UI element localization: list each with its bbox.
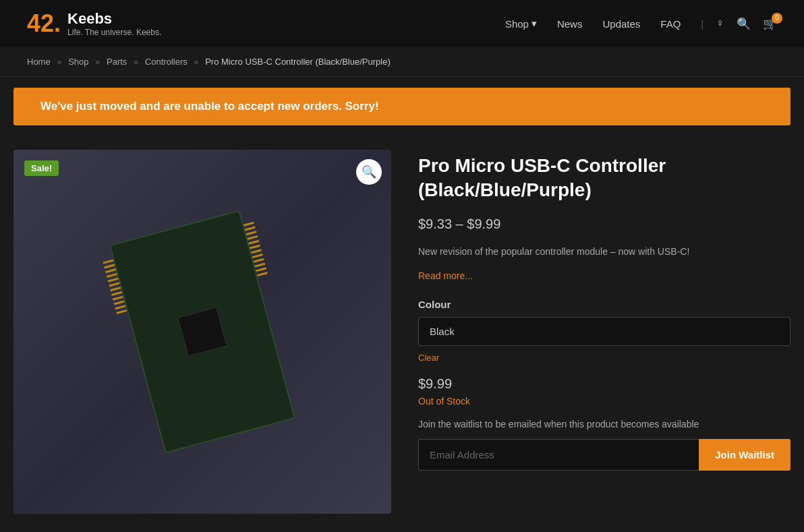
account-icon[interactable]: ♀ <box>716 17 724 30</box>
product-description: New revision of the popular controller m… <box>418 244 791 259</box>
cart-icon[interactable]: 🛒 0 <box>763 17 777 31</box>
clear-link[interactable]: Clear <box>418 353 439 363</box>
colour-select[interactable]: Black Blue Purple <box>418 317 791 346</box>
price-range: $9.33 – $9.99 <box>418 216 791 232</box>
pcb-pins-right <box>243 222 268 276</box>
breadcrumb-home[interactable]: Home <box>27 57 51 67</box>
breadcrumb-current: Pro Micro USB-C Controller (Black/Blue/P… <box>205 57 391 67</box>
product-title: Pro Micro USB-C Controller (Black/Blue/P… <box>418 154 791 203</box>
breadcrumb-controllers[interactable]: Controllers <box>145 57 188 67</box>
product-image-wrap: Sale! 🔍 <box>13 150 391 514</box>
product-area: Sale! 🔍 Pro Micro <box>0 136 804 532</box>
nav-links: Shop ▾ News Updates FAQ | ♀ 🔍 🛒 0 <box>505 17 777 31</box>
notice-banner: We've just moved and are unable to accep… <box>13 88 791 125</box>
read-more-link[interactable]: Read more... <box>418 270 473 281</box>
pcb-chip <box>177 307 227 356</box>
colour-label: Colour <box>418 299 791 310</box>
out-of-stock-status: Out of Stock <box>418 396 791 407</box>
nav-news-link[interactable]: News <box>557 18 583 30</box>
logo[interactable]: 42. Keebs Life. The universe. Keebs. <box>27 10 161 37</box>
zoom-icon[interactable]: 🔍 <box>356 159 382 185</box>
sale-badge: Sale! <box>24 160 59 176</box>
shop-chevron-icon: ▾ <box>532 18 537 30</box>
nav-separator: | <box>701 18 704 30</box>
nav-faq-link[interactable]: FAQ <box>660 18 681 30</box>
pcb-board <box>109 210 295 454</box>
breadcrumb-shop[interactable]: Shop <box>68 57 88 67</box>
breadcrumb-parts[interactable]: Parts <box>107 57 127 67</box>
search-icon[interactable]: 🔍 <box>737 17 751 31</box>
join-waitlist-button[interactable]: Join Waitlist <box>699 439 791 471</box>
product-details: Pro Micro USB-C Controller (Black/Blue/P… <box>418 150 791 514</box>
logo-sub: Life. The universe. Keebs. <box>67 28 161 37</box>
cart-count: 0 <box>772 13 782 24</box>
product-image <box>13 150 391 514</box>
nav-updates-link[interactable]: Updates <box>602 18 640 30</box>
nav-shop-link[interactable]: Shop ▾ <box>505 18 537 30</box>
nav-icons: | ♀ 🔍 🛒 0 <box>701 17 777 31</box>
breadcrumb: Home » Shop » Parts » Controllers » Pro … <box>0 47 804 77</box>
waitlist-row: Join Waitlist <box>418 439 791 471</box>
waitlist-text: Join the waitlist to be emailed when thi… <box>418 419 791 430</box>
logo-42: 42. <box>27 11 61 36</box>
email-field[interactable] <box>418 439 699 471</box>
logo-name: Keebs <box>67 10 161 28</box>
navbar: 42. Keebs Life. The universe. Keebs. Sho… <box>0 0 804 47</box>
current-price: $9.99 <box>418 376 791 392</box>
pcb-pins-left <box>103 260 127 314</box>
